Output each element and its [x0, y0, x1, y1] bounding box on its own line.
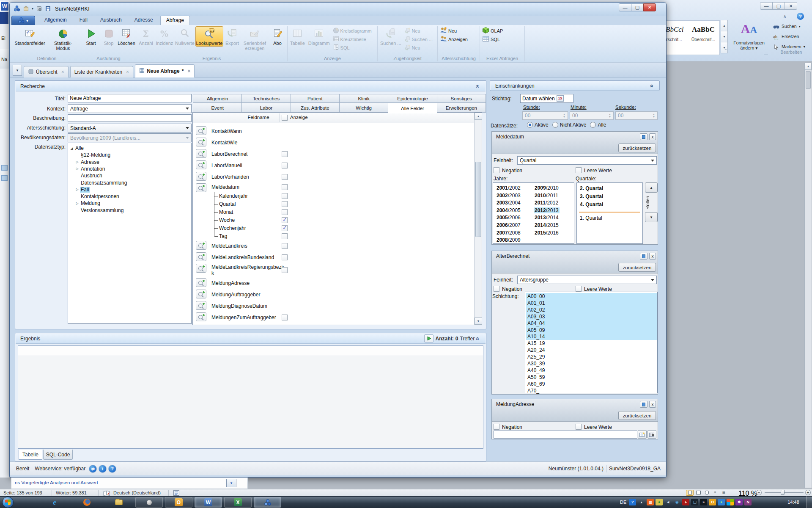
word-page-status[interactable]: Seite: 135 von 193	[3, 490, 42, 495]
gallery-down-icon[interactable]: ▼	[721, 31, 728, 42]
add-filter-button[interactable]	[196, 160, 206, 169]
category-tab-sonstiges[interactable]: Sonstiges	[437, 94, 486, 103]
start-button[interactable]	[2, 497, 14, 508]
scroll-up-icon[interactable]: ▲	[475, 113, 482, 120]
word-language-status[interactable]: Deutsch (Deutschland)	[113, 490, 161, 495]
tab-tabelle[interactable]: Tabelle	[19, 450, 42, 460]
field-list-scrollbar[interactable]: ▲ ▼	[474, 113, 482, 325]
anzeigen-button[interactable]: Anzeigen	[439, 35, 469, 43]
negation-checkbox[interactable]	[494, 286, 499, 292]
document-tab-liste-der-krankheiten[interactable]: Liste der Krankheiten×	[70, 66, 133, 77]
feinheit-dropdown[interactable]: Quartal	[517, 156, 657, 165]
roll-down-button[interactable]: ▼	[645, 212, 658, 222]
tray-show-hidden-icon[interactable]: ▴	[638, 499, 645, 505]
roll-up-button[interactable]: ▲	[645, 182, 658, 193]
export-button[interactable]: Export	[223, 26, 241, 47]
outline-view-button[interactable]: ≡	[711, 490, 719, 496]
field-row-meldungauftraggeber[interactable]: MeldungAuftraggeber	[193, 289, 474, 300]
anzeige-checkbox[interactable]	[282, 184, 288, 190]
field-row-woche[interactable]: Woche	[193, 216, 474, 224]
tray-onenote-icon[interactable]: N	[744, 499, 752, 505]
category-tab-allgemein[interactable]: Allgemein	[193, 94, 242, 103]
year-item-2004-2005[interactable]: 2004/2005	[496, 207, 521, 213]
reset-button[interactable]: zurücksetzen	[618, 411, 656, 420]
tree-item-fall[interactable]: ▷Fall	[74, 186, 90, 193]
year-item-2005-2006[interactable]: 2005/2006	[496, 215, 521, 221]
save-icon[interactable]	[45, 6, 51, 12]
year-item-2012-2013[interactable]: 2012/2013	[534, 207, 560, 213]
zoom-in-button[interactable]: +	[805, 490, 811, 495]
anzeige-checkbox[interactable]	[282, 174, 288, 180]
anzeige-checkbox[interactable]	[282, 151, 288, 157]
tab-sql-code[interactable]: SQL-Code	[43, 450, 73, 460]
field-row-meldungenzumauftraggeber[interactable]: MeldungenZumAuftraggeber	[193, 312, 474, 323]
start-button[interactable]: Start	[82, 26, 100, 47]
word-doc-fragment-text[interactable]: ns Vorgefertigte Analysen und Auswert	[15, 480, 226, 485]
age-group-item-a25-29[interactable]: A25_29	[526, 353, 657, 360]
add-filter-button[interactable]	[196, 264, 206, 273]
ribbon-tab-abfrage[interactable]: Abfrage	[160, 16, 190, 25]
beschreibung-input[interactable]	[68, 114, 192, 122]
spellcheck-icon[interactable]: ✗	[103, 490, 110, 496]
age-group-item-a15-19[interactable]: A15_19	[526, 340, 657, 347]
find-button[interactable]: Suchen▾	[773, 22, 811, 30]
taskbar-button-word[interactable]: W	[195, 497, 222, 508]
anzeige-header-checkbox[interactable]	[282, 115, 288, 121]
kontext-dropdown[interactable]: Abfrage	[68, 104, 192, 113]
add-filter-button[interactable]	[196, 301, 206, 310]
anzeige-checkbox[interactable]	[282, 163, 288, 168]
draft-view-button[interactable]: ☰	[720, 490, 727, 496]
neu-button[interactable]: ✱Neu	[439, 27, 469, 35]
quartal-item-2-quartal[interactable]: 2. Quartal	[580, 185, 603, 191]
stop-button[interactable]: Stop	[100, 26, 118, 47]
field-row-kontaktwann[interactable]: KontaktWann	[193, 125, 474, 137]
tray-presenter-icon[interactable]: ✱	[735, 499, 743, 505]
standardfelder-button[interactable]: ✓Standardfelder	[14, 26, 46, 47]
age-group-item-a10-14[interactable]: A10_14	[526, 333, 657, 340]
add-filter-button[interactable]	[196, 138, 206, 146]
change-styles-button[interactable]: AA Formatvorlagen ändern ▾	[729, 20, 769, 56]
info-icon[interactable]: i	[99, 465, 107, 473]
statistik-modus-button[interactable]: Statistik-Modus	[46, 26, 80, 52]
category-tab-patient[interactable]: Patient	[291, 94, 340, 103]
field-row-laborberechnet[interactable]: LaborBerechnet	[193, 148, 474, 160]
anzahl-button[interactable]: ΣAnzahl	[137, 26, 155, 47]
altersschichtung-dropdown[interactable]: Standard-A	[68, 124, 192, 133]
anzeige-checkbox[interactable]	[282, 209, 288, 215]
expanded-icon[interactable]: ◢	[69, 146, 74, 150]
field-row-meldungdiagnosedatum[interactable]: MeldungDiagnoseDatum	[193, 300, 474, 312]
calendar-icon[interactable]: 15	[557, 95, 564, 102]
year-item-2003-2004[interactable]: 2003/2004	[496, 200, 521, 206]
adresse-input[interactable]	[494, 431, 637, 439]
category-tab-labor[interactable]: Labor	[241, 103, 291, 113]
kreuztabelle-button[interactable]: Kreuztabelle	[332, 35, 373, 43]
taskbar-button-outlook[interactable]: O	[165, 497, 192, 508]
add-filter-button[interactable]	[196, 172, 206, 181]
tray-network-icon[interactable]: »	[700, 499, 707, 505]
anzeige-checkbox[interactable]	[282, 243, 288, 249]
sql-button[interactable]: SQL	[332, 44, 373, 52]
document-tab-neue-abfrage[interactable]: Neue Abfrage*×	[135, 64, 195, 77]
add-filter-button[interactable]	[196, 290, 206, 298]
word-minimize-button[interactable]: —	[760, 2, 773, 10]
add-filter-button[interactable]	[196, 183, 206, 192]
minimize-filter-button[interactable]	[640, 401, 647, 408]
anzeige-checkbox[interactable]	[282, 217, 288, 223]
field-row-tag[interactable]: Tag	[193, 232, 474, 240]
word-words-status[interactable]: Wörter: 59.381	[56, 490, 87, 495]
zoom-slider-thumb[interactable]	[781, 490, 785, 495]
taskbar-clock[interactable]: 14:48	[782, 496, 805, 508]
print-layout-view-button[interactable]	[686, 490, 694, 496]
taskbar-libraries-icon[interactable]	[114, 498, 123, 507]
tray-flash-icon[interactable]: F	[682, 499, 689, 505]
age-group-item-a70[interactable]: A70_	[526, 387, 657, 394]
field-row-meldelandkreisbundesland[interactable]: MeldeLandkreisBundesland	[193, 251, 474, 263]
app-titlebar[interactable]	[10, 3, 666, 16]
gallery-up-icon[interactable]: ▲	[721, 20, 728, 31]
word-scrollbar[interactable]: ▲	[804, 63, 812, 488]
suchen-button[interactable]: Suchen ...	[403, 35, 434, 43]
app-restore-button[interactable]: ▢	[631, 3, 644, 11]
ribbon-tab-adresse[interactable]: Adresse	[129, 16, 159, 25]
ribbon-tab-fall[interactable]: Fall	[74, 16, 93, 25]
year-item-2013-2014[interactable]: 2013/2014	[534, 215, 560, 221]
